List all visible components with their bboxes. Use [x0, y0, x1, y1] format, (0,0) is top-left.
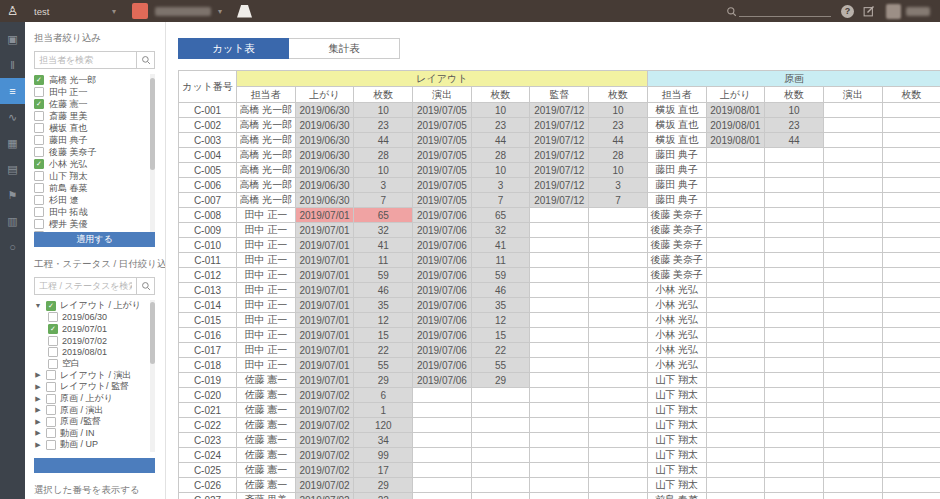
list-icon[interactable]: ▥ [0, 208, 25, 234]
status-cell[interactable] [530, 418, 589, 433]
status-cell[interactable]: 44 [354, 133, 413, 148]
status-cell[interactable] [882, 148, 940, 163]
status-cell[interactable]: 46 [471, 283, 530, 298]
status-cell[interactable] [765, 148, 824, 163]
status-cell[interactable] [530, 208, 589, 223]
status-cell[interactable] [823, 418, 882, 433]
person-filter-item[interactable]: ✓佐藤 憲一 [34, 98, 155, 110]
status-cell[interactable] [882, 268, 940, 283]
status-cell[interactable] [882, 103, 940, 118]
tree-item[interactable]: ▶レイアウト / 演出 [34, 370, 155, 382]
status-cell[interactable] [530, 493, 589, 499]
status-cell[interactable] [706, 493, 765, 499]
status-cell[interactable] [882, 403, 940, 418]
status-cell[interactable]: 10 [765, 103, 824, 118]
status-cell[interactable] [471, 418, 530, 433]
status-cell[interactable] [413, 403, 472, 418]
status-cell[interactable] [823, 343, 882, 358]
search-input-underline[interactable] [739, 5, 831, 17]
chevron-right-icon[interactable]: ▶ [34, 371, 42, 379]
status-cell[interactable]: 2019/07/06 [413, 298, 472, 313]
status-cell[interactable] [589, 223, 648, 238]
status-cell[interactable]: 2019/07/02 [295, 448, 354, 463]
status-cell[interactable] [706, 403, 765, 418]
status-cell[interactable]: 2019/07/12 [530, 163, 589, 178]
status-cell[interactable] [530, 388, 589, 403]
apply-person-filter-button[interactable]: 適用する [34, 232, 155, 247]
apply-process-filter-button[interactable] [34, 458, 155, 473]
tree-child-item[interactable]: 2019/06/30 [34, 312, 155, 324]
status-cell[interactable] [530, 403, 589, 418]
status-cell[interactable]: 6 [354, 388, 413, 403]
status-cell[interactable] [882, 208, 940, 223]
status-cell[interactable] [589, 268, 648, 283]
status-cell[interactable]: 2019/07/06 [413, 238, 472, 253]
status-cell[interactable]: 1 [354, 403, 413, 418]
status-cell[interactable] [471, 478, 530, 493]
status-cell[interactable]: 2019/07/05 [413, 118, 472, 133]
status-cell[interactable] [413, 463, 472, 478]
status-cell[interactable] [413, 418, 472, 433]
status-cell[interactable]: 11 [471, 253, 530, 268]
status-cell[interactable] [413, 448, 472, 463]
status-cell[interactable] [589, 403, 648, 418]
status-cell[interactable] [413, 478, 472, 493]
status-cell[interactable]: 65 [354, 208, 413, 223]
timeline-icon[interactable]: ∿ [0, 104, 25, 130]
status-cell[interactable] [589, 298, 648, 313]
status-cell[interactable] [530, 238, 589, 253]
status-cell[interactable]: 23 [471, 118, 530, 133]
person-search-button[interactable] [136, 52, 154, 68]
status-cell[interactable] [882, 418, 940, 433]
project-selector[interactable]: test ▾ [34, 6, 116, 17]
status-cell[interactable] [706, 388, 765, 403]
status-cell[interactable] [882, 163, 940, 178]
status-cell[interactable] [530, 328, 589, 343]
person-filter-item[interactable]: 山下 翔太 [34, 170, 155, 182]
tree-child-item[interactable]: 2019/07/02 [34, 335, 155, 347]
status-cell[interactable]: 2019/07/01 [295, 373, 354, 388]
status-cell[interactable]: 3 [354, 178, 413, 193]
status-cell[interactable] [706, 433, 765, 448]
tree-item[interactable]: ▼✓レイアウト / 上がり [34, 300, 155, 312]
status-cell[interactable] [823, 103, 882, 118]
status-cell[interactable]: 35 [471, 298, 530, 313]
status-cell[interactable] [706, 328, 765, 343]
status-cell[interactable]: 29 [354, 373, 413, 388]
status-cell[interactable] [823, 163, 882, 178]
status-cell[interactable] [706, 298, 765, 313]
status-cell[interactable] [823, 208, 882, 223]
status-cell[interactable] [882, 343, 940, 358]
status-cell[interactable]: 7 [589, 193, 648, 208]
status-cell[interactable]: 2019/07/06 [413, 373, 472, 388]
status-cell[interactable] [765, 208, 824, 223]
status-cell[interactable]: 2019/07/01 [295, 223, 354, 238]
status-cell[interactable] [765, 193, 824, 208]
tree-child-item[interactable]: 空白 [34, 358, 155, 370]
status-cell[interactable] [823, 223, 882, 238]
status-cell[interactable]: 120 [354, 418, 413, 433]
status-cell[interactable] [589, 373, 648, 388]
status-cell[interactable]: 2019/07/05 [413, 163, 472, 178]
status-cell[interactable] [530, 448, 589, 463]
status-cell[interactable]: 99 [354, 448, 413, 463]
status-cell[interactable] [706, 313, 765, 328]
status-cell[interactable] [589, 388, 648, 403]
chevron-right-icon[interactable]: ▶ [34, 441, 42, 449]
status-cell[interactable]: 2019/07/12 [530, 103, 589, 118]
status-cell[interactable] [765, 388, 824, 403]
status-cell[interactable] [530, 253, 589, 268]
status-cell[interactable] [882, 238, 940, 253]
tree-child-item[interactable]: ✓2019/07/01 [34, 323, 155, 335]
status-cell[interactable]: 2019/07/02 [295, 403, 354, 418]
status-cell[interactable]: 10 [471, 163, 530, 178]
status-cell[interactable] [765, 238, 824, 253]
status-cell[interactable]: 15 [354, 328, 413, 343]
status-cell[interactable] [765, 493, 824, 499]
status-cell[interactable] [413, 388, 472, 403]
status-cell[interactable] [413, 493, 472, 499]
status-cell[interactable]: 23 [589, 118, 648, 133]
status-cell[interactable] [706, 478, 765, 493]
status-cell[interactable] [589, 328, 648, 343]
status-cell[interactable]: 2019/07/12 [530, 148, 589, 163]
